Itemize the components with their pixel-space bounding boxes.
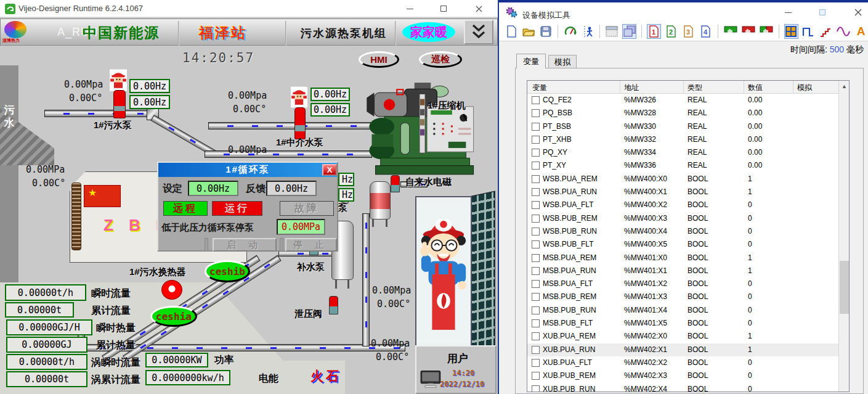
row-checkbox[interactable]	[532, 293, 540, 301]
row-checkbox[interactable]	[532, 215, 540, 223]
table-row[interactable]: XUB.PUB_REM %MW402:X3 BOOL 0	[527, 369, 838, 382]
hand-green-red-icon[interactable]	[759, 24, 774, 39]
row-checkbox[interactable]	[532, 372, 540, 380]
text-a-icon[interactable]: A	[854, 24, 868, 39]
table-row[interactable]: XUB.PUB_RUN %MW402:X4 BOOL 0	[527, 383, 838, 392]
window-icon[interactable]	[605, 24, 619, 39]
table-row[interactable]: WSB.PUA_FLT %MW400:X2 BOOL 0	[527, 199, 838, 211]
table-row[interactable]: MSB.PUB_FLT %MW401:X5 BOOL 0	[527, 317, 838, 330]
hand-green-icon[interactable]	[723, 24, 738, 39]
table-row[interactable]: MSB.PUA_FLT %MW401:X2 BOOL 0	[527, 277, 838, 290]
page-4-icon[interactable]: 4	[699, 24, 713, 39]
page-3-icon[interactable]: 3	[681, 24, 696, 39]
tab-simulation[interactable]: 模拟	[548, 55, 577, 68]
station-tab[interactable]: 福泽站	[199, 23, 247, 43]
brand-badge[interactable]: 家家暖	[402, 22, 455, 42]
stop-button[interactable]: 停 止	[285, 238, 337, 252]
table-row[interactable]: PT_XHB %MW332 REAL 0.00	[527, 133, 838, 146]
row-checkbox[interactable]	[532, 267, 540, 275]
patrol-button[interactable]: 巡检	[419, 51, 462, 68]
row-checkbox[interactable]	[532, 319, 540, 327]
dialog-close-button[interactable]: X	[322, 164, 337, 176]
close-button[interactable]	[468, 2, 489, 15]
minimize-button[interactable]	[777, 6, 798, 19]
sine-wave-icon[interactable]	[836, 24, 851, 39]
close-button[interactable]	[848, 6, 868, 19]
table-row[interactable]: PT_XY %MW336 REAL 0.00	[527, 159, 838, 172]
row-checkbox[interactable]	[532, 96, 540, 104]
save-icon[interactable]	[538, 24, 553, 39]
test-button-a[interactable]: ceshia	[150, 306, 197, 327]
col-type[interactable]: 类型	[688, 83, 702, 93]
page-2-icon[interactable]: 2	[664, 24, 678, 39]
table-scrollbar[interactable]: ▲	[838, 81, 849, 392]
table-row[interactable]: MSB.PUA_RUN %MW401:X1 BOOL 1	[527, 265, 838, 277]
set-frequency-field[interactable]: 0.00Hz	[188, 181, 238, 196]
interval-value[interactable]: 500	[830, 44, 844, 54]
table-row[interactable]: XUB.PUA_FLT %MW402:X2 BOOL 0	[527, 356, 838, 369]
unit-tab[interactable]: 污水源热泵机组	[301, 26, 387, 41]
gauge-icon[interactable]	[563, 24, 577, 39]
hmi-button[interactable]: HMI	[359, 51, 399, 68]
table-row[interactable]: WSB.PUB_RUN %MW400:X4 BOOL 0	[527, 225, 838, 238]
row-checkbox[interactable]	[532, 332, 540, 340]
test-button-b[interactable]: ceshib	[205, 260, 250, 282]
pump2-body[interactable]	[294, 107, 306, 139]
table-row[interactable]: PT_BSB %MW330 REAL 0.00	[527, 120, 838, 133]
row-checkbox[interactable]	[532, 280, 540, 288]
col-value[interactable]: 数值	[748, 83, 763, 93]
grid-icon[interactable]	[784, 24, 798, 39]
row-checkbox[interactable]	[532, 136, 540, 144]
table-row[interactable]: PQ_XY %MW334 REAL 0.00	[527, 146, 838, 159]
page-1-icon[interactable]: 1	[647, 24, 661, 39]
table-row[interactable]: CQ_FE2 %MW326 REAL 0.00	[527, 94, 838, 107]
step-wave-icon[interactable]	[801, 24, 816, 39]
row-checkbox[interactable]	[532, 346, 540, 354]
col-variable[interactable]: 变量	[532, 83, 547, 93]
table-row[interactable]: WSB.PUA_REM %MW400:X0 BOOL 1	[527, 173, 838, 186]
row-checkbox[interactable]	[532, 123, 540, 131]
row-checkbox[interactable]	[532, 162, 540, 170]
computer-icon[interactable]	[420, 370, 442, 388]
compressor-graphic[interactable]	[365, 81, 479, 179]
hand-red-icon[interactable]	[741, 24, 756, 39]
trace-run-icon[interactable]	[580, 24, 594, 39]
expand-menu-button[interactable]	[464, 20, 493, 44]
col-address[interactable]: 地址	[624, 83, 639, 93]
row-checkbox[interactable]	[532, 385, 540, 392]
tap-water-valve[interactable]	[391, 175, 400, 192]
row-checkbox[interactable]	[532, 201, 540, 209]
row-checkbox[interactable]	[532, 240, 540, 248]
table-row[interactable]: XUB.PUA_RUN %MW402:X1 BOOL 1	[527, 343, 838, 356]
table-row[interactable]: WSB.PUA_RUN %MW400:X1 BOOL 1	[527, 186, 838, 199]
scrollbar-thumb[interactable]	[840, 261, 849, 314]
row-checkbox[interactable]	[532, 188, 540, 196]
row-checkbox[interactable]	[532, 149, 540, 157]
table-row[interactable]: MSB.PUA_REM %MW401:X0 BOOL 1	[527, 252, 838, 265]
relief-valve[interactable]	[329, 296, 338, 314]
table-row[interactable]: WSB.PUB_FLT %MW400:X5 BOOL 0	[527, 238, 838, 251]
maximize-button[interactable]	[433, 2, 454, 15]
scroll-up-arrow[interactable]: ▲	[839, 81, 850, 91]
minimize-button[interactable]	[399, 2, 420, 15]
new-icon[interactable]	[504, 24, 518, 39]
cascade-icon[interactable]	[622, 24, 636, 39]
table-row[interactable]: MSB.PUB_REM %MW401:X3 BOOL 0	[527, 290, 838, 303]
row-checkbox[interactable]	[532, 175, 540, 183]
table-row[interactable]: PQ_BSB %MW328 REAL 0.00	[527, 107, 838, 120]
table-row[interactable]: XUB.PUA_REM %MW402:X0 BOOL 1	[527, 330, 838, 343]
start-button[interactable]: 启 动	[213, 238, 277, 252]
table-row[interactable]: WSB.PUB_REM %MW400:X3 BOOL 0	[527, 212, 838, 225]
maximize-button[interactable]	[812, 6, 833, 19]
row-checkbox[interactable]	[532, 228, 540, 236]
row-checkbox[interactable]	[532, 359, 540, 367]
row-checkbox[interactable]	[532, 254, 540, 262]
open-icon[interactable]	[521, 24, 535, 39]
row-checkbox[interactable]	[532, 306, 540, 314]
ramp-icon[interactable]	[819, 24, 833, 39]
low-pressure-field[interactable]: 0.00MPa	[277, 219, 325, 235]
row-checkbox[interactable]	[532, 109, 540, 117]
table-row[interactable]: MSB.PUB_RUN %MW401:X4 BOOL 0	[527, 304, 838, 317]
pump1-body[interactable]	[113, 90, 126, 118]
tab-variables[interactable]: 变量	[516, 54, 546, 68]
